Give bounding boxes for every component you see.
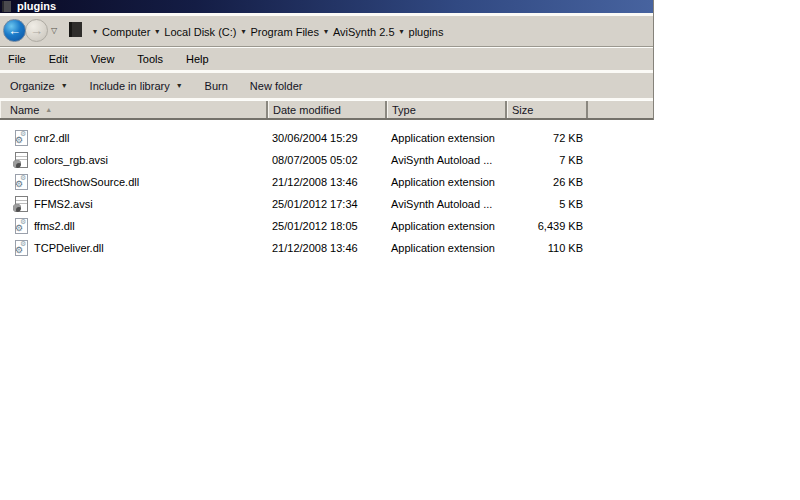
- file-type: Application extension: [387, 220, 507, 232]
- file-type: Application extension: [387, 176, 507, 188]
- window-title: plugins: [17, 0, 56, 13]
- toolbar-button[interactable]: Organize ▼: [10, 80, 68, 92]
- file-row[interactable]: colors_rgb.avsi 08/07/2005 05:02 AviSynt…: [0, 149, 654, 171]
- menu-item[interactable]: Tools: [135, 53, 173, 65]
- menu-item[interactable]: View: [89, 53, 125, 65]
- menu-item[interactable]: Edit: [47, 53, 78, 65]
- file-type-icon: [15, 152, 28, 168]
- file-row[interactable]: TCPDeliver.dll 21/12/2008 13:46 Applicat…: [0, 237, 654, 259]
- toolbar-button-label: Organize: [10, 80, 55, 92]
- file-list: cnr2.dll 30/06/2004 15:29 Application ex…: [0, 120, 654, 259]
- breadcrumb-item[interactable]: Program Files: [250, 26, 318, 38]
- breadcrumb-item[interactable]: plugins: [409, 26, 444, 38]
- file-row[interactable]: ffms2.dll 25/01/2012 18:05 Application e…: [0, 215, 654, 237]
- file-size: 110 KB: [507, 242, 588, 254]
- file-size: 72 KB: [507, 132, 588, 144]
- navigation-bar: ← → ▽ ▾ Computer ▾ Local Disk (C:) ▾ Pro…: [0, 16, 653, 47]
- file-row[interactable]: DirectShowSource.dll 21/12/2008 13:46 Ap…: [0, 171, 654, 193]
- breadcrumb-dropdown-icon[interactable]: ▾: [236, 27, 250, 36]
- column-header-row: Name ▲ Date modified ▲ Type ▲ Size ▲: [0, 100, 653, 120]
- column-header[interactable]: Type ▲: [387, 101, 507, 118]
- breadcrumb-dropdown-icon[interactable]: ▾: [88, 27, 102, 36]
- recent-pages-chevron-icon[interactable]: ▽: [51, 26, 57, 35]
- breadcrumb-dropdown-icon[interactable]: ▾: [395, 27, 409, 36]
- file-name: colors_rgb.avsi: [34, 154, 108, 166]
- column-header[interactable]: Date modified ▲: [268, 101, 387, 118]
- file-type: Application extension: [387, 132, 507, 144]
- file-size: 6,439 KB: [507, 220, 588, 232]
- breadcrumb-item[interactable]: Computer: [102, 26, 150, 38]
- back-button[interactable]: ←: [3, 19, 26, 42]
- column-header-filler: [588, 101, 653, 118]
- folder-icon: [2, 1, 11, 12]
- column-header[interactable]: Size ▲: [507, 101, 588, 118]
- file-row[interactable]: cnr2.dll 30/06/2004 15:29 Application ex…: [0, 127, 654, 149]
- file-name: cnr2.dll: [34, 132, 69, 144]
- toolbar-button[interactable]: Include in library ▼: [90, 80, 183, 92]
- command-toolbar: Organize ▼ Include in library ▼ Burn ▼ N…: [0, 73, 653, 98]
- file-type-icon: [15, 218, 28, 234]
- file-date-modified: 30/06/2004 15:29: [268, 132, 387, 144]
- toolbar-button[interactable]: Burn ▼: [205, 80, 228, 92]
- file-type-icon: [15, 196, 28, 212]
- file-name-cell[interactable]: TCPDeliver.dll: [0, 240, 268, 256]
- toolbar-button[interactable]: New folder ▼: [250, 80, 303, 92]
- file-name: TCPDeliver.dll: [34, 242, 104, 254]
- file-type: Application extension: [387, 242, 507, 254]
- address-folder-icon: [69, 22, 82, 37]
- column-header-label: Date modified: [273, 104, 341, 116]
- explorer-window: plugins ← → ▽ ▾ Computer ▾ Local Disk (C…: [0, 0, 654, 259]
- file-name: DirectShowSource.dll: [34, 176, 139, 188]
- breadcrumb-dropdown-icon[interactable]: ▾: [150, 27, 164, 36]
- file-date-modified: 25/01/2012 17:34: [268, 198, 387, 210]
- breadcrumb-item[interactable]: AviSynth 2.5: [333, 26, 395, 38]
- sort-ascending-icon: ▲: [45, 106, 52, 113]
- file-row[interactable]: FFMS2.avsi 25/01/2012 17:34 AviSynth Aut…: [0, 193, 654, 215]
- file-type: AviSynth Autoload ...: [387, 198, 507, 210]
- breadcrumb-item[interactable]: Local Disk (C:): [164, 26, 236, 38]
- column-header[interactable]: Name ▲: [0, 101, 268, 118]
- column-header-label: Name: [10, 104, 39, 116]
- file-name-cell[interactable]: ffms2.dll: [0, 218, 268, 234]
- file-type-icon: [15, 240, 28, 256]
- toolbar-button-label: New folder: [250, 80, 303, 92]
- file-type-icon: [15, 130, 28, 146]
- dropdown-arrow-icon: ▼: [176, 82, 183, 89]
- column-header-label: Type: [392, 104, 416, 116]
- forward-button[interactable]: →: [25, 19, 48, 42]
- file-name: ffms2.dll: [34, 220, 75, 232]
- file-date-modified: 21/12/2008 13:46: [268, 176, 387, 188]
- file-date-modified: 21/12/2008 13:46: [268, 242, 387, 254]
- file-name-cell[interactable]: colors_rgb.avsi: [0, 152, 268, 168]
- file-type: AviSynth Autoload ...: [387, 154, 507, 166]
- title-bar[interactable]: plugins: [0, 0, 653, 13]
- dropdown-arrow-icon: ▼: [61, 82, 68, 89]
- column-header-label: Size: [512, 104, 533, 116]
- toolbar-button-label: Include in library: [90, 80, 170, 92]
- file-size: 7 KB: [507, 154, 588, 166]
- file-date-modified: 08/07/2005 05:02: [268, 154, 387, 166]
- file-name-cell[interactable]: FFMS2.avsi: [0, 196, 268, 212]
- menu-item[interactable]: Help: [184, 53, 219, 65]
- file-size: 5 KB: [507, 198, 588, 210]
- menu-item[interactable]: File: [6, 53, 36, 65]
- file-size: 26 KB: [507, 176, 588, 188]
- breadcrumb-dropdown-icon[interactable]: ▾: [319, 27, 333, 36]
- file-name-cell[interactable]: DirectShowSource.dll: [0, 174, 268, 190]
- breadcrumb: ▾ Computer ▾ Local Disk (C:) ▾ Program F…: [88, 16, 443, 47]
- file-name-cell[interactable]: cnr2.dll: [0, 130, 268, 146]
- file-type-icon: [15, 174, 28, 190]
- file-name: FFMS2.avsi: [34, 198, 93, 210]
- menu-bar: File Edit View Tools Help: [0, 48, 653, 70]
- toolbar-button-label: Burn: [205, 80, 228, 92]
- file-date-modified: 25/01/2012 18:05: [268, 220, 387, 232]
